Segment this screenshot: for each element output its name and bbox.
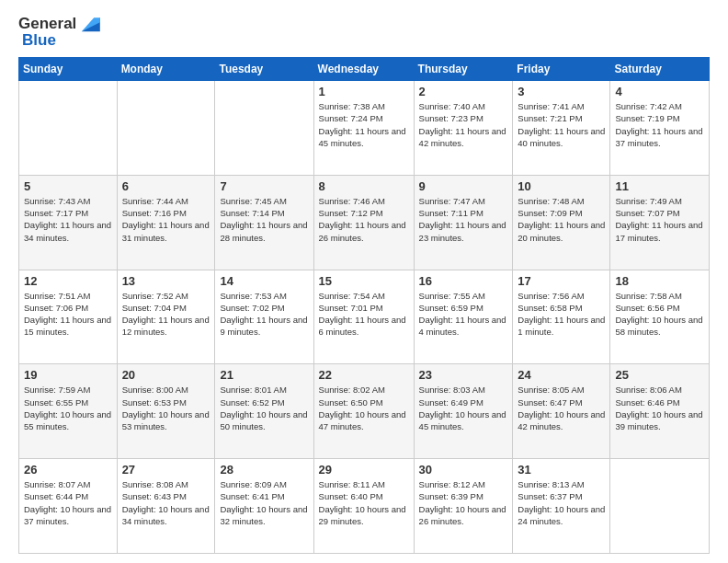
day-number: 12: [24, 274, 112, 288]
calendar-cell: 15Sunrise: 7:54 AM Sunset: 7:01 PM Dayli…: [313, 270, 414, 364]
calendar-cell: 26Sunrise: 8:07 AM Sunset: 6:44 PM Dayli…: [19, 459, 118, 554]
calendar-cell: 16Sunrise: 7:55 AM Sunset: 6:59 PM Dayli…: [414, 270, 513, 364]
day-number: 25: [615, 368, 704, 382]
day-number: 28: [220, 463, 308, 477]
weekday-header: Wednesday: [313, 58, 414, 81]
calendar-cell: 5Sunrise: 7:43 AM Sunset: 7:17 PM Daylig…: [19, 175, 118, 270]
day-info: Sunrise: 7:58 AM Sunset: 6:56 PM Dayligh…: [615, 290, 704, 339]
calendar-cell: 20Sunrise: 8:00 AM Sunset: 6:53 PM Dayli…: [117, 364, 215, 459]
day-number: 13: [122, 274, 210, 288]
page: General Blue SundayMondayTuesdayWednesda…: [0, 0, 728, 563]
logo-icon: [78, 15, 102, 33]
calendar-cell: 31Sunrise: 8:13 AM Sunset: 6:37 PM Dayli…: [513, 459, 610, 554]
day-info: Sunrise: 8:07 AM Sunset: 6:44 PM Dayligh…: [24, 478, 112, 527]
day-info: Sunrise: 7:56 AM Sunset: 6:58 PM Dayligh…: [518, 290, 605, 339]
day-number: 1: [319, 85, 409, 98]
calendar-cell: 2Sunrise: 7:40 AM Sunset: 7:23 PM Daylig…: [414, 81, 513, 176]
day-info: Sunrise: 7:46 AM Sunset: 7:12 PM Dayligh…: [319, 195, 409, 244]
day-number: 15: [319, 274, 409, 288]
day-info: Sunrise: 7:42 AM Sunset: 7:19 PM Dayligh…: [615, 100, 704, 149]
day-number: 8: [319, 179, 409, 193]
calendar-cell: 25Sunrise: 8:06 AM Sunset: 6:46 PM Dayli…: [610, 364, 710, 459]
weekday-header: Thursday: [414, 58, 513, 81]
calendar-cell: 27Sunrise: 8:08 AM Sunset: 6:43 PM Dayli…: [117, 459, 215, 554]
weekday-header: Saturday: [610, 58, 710, 81]
logo-general: General: [18, 15, 76, 33]
day-info: Sunrise: 7:48 AM Sunset: 7:09 PM Dayligh…: [518, 195, 605, 244]
day-info: Sunrise: 7:41 AM Sunset: 7:21 PM Dayligh…: [518, 100, 605, 149]
weekday-header-row: SundayMondayTuesdayWednesdayThursdayFrid…: [19, 58, 710, 81]
day-info: Sunrise: 8:01 AM Sunset: 6:52 PM Dayligh…: [220, 384, 308, 432]
calendar-cell: 12Sunrise: 7:51 AM Sunset: 7:06 PM Dayli…: [19, 270, 118, 364]
day-info: Sunrise: 7:49 AM Sunset: 7:07 PM Dayligh…: [615, 195, 704, 244]
day-number: 6: [122, 179, 210, 193]
day-number: 4: [615, 85, 704, 98]
weekday-header: Sunday: [19, 58, 118, 81]
calendar-cell: 8Sunrise: 7:46 AM Sunset: 7:12 PM Daylig…: [313, 175, 414, 270]
calendar-week-row: 5Sunrise: 7:43 AM Sunset: 7:17 PM Daylig…: [19, 175, 710, 270]
weekday-header: Friday: [513, 58, 610, 81]
calendar-cell: 10Sunrise: 7:48 AM Sunset: 7:09 PM Dayli…: [513, 175, 610, 270]
calendar: SundayMondayTuesdayWednesdayThursdayFrid…: [18, 57, 710, 554]
day-info: Sunrise: 8:13 AM Sunset: 6:37 PM Dayligh…: [518, 478, 605, 527]
day-info: Sunrise: 8:12 AM Sunset: 6:39 PM Dayligh…: [419, 478, 508, 527]
calendar-cell: 11Sunrise: 7:49 AM Sunset: 7:07 PM Dayli…: [610, 175, 710, 270]
day-number: 27: [122, 463, 210, 477]
calendar-week-row: 19Sunrise: 7:59 AM Sunset: 6:55 PM Dayli…: [19, 364, 710, 459]
weekday-header: Monday: [117, 58, 215, 81]
calendar-cell: 18Sunrise: 7:58 AM Sunset: 6:56 PM Dayli…: [610, 270, 710, 364]
day-number: 21: [220, 368, 308, 382]
calendar-cell: 28Sunrise: 8:09 AM Sunset: 6:41 PM Dayli…: [215, 459, 313, 554]
day-info: Sunrise: 8:00 AM Sunset: 6:53 PM Dayligh…: [122, 384, 210, 432]
day-number: 31: [518, 463, 605, 477]
calendar-cell: 3Sunrise: 7:41 AM Sunset: 7:21 PM Daylig…: [513, 81, 610, 176]
calendar-cell: 6Sunrise: 7:44 AM Sunset: 7:16 PM Daylig…: [117, 175, 215, 270]
day-number: 26: [24, 463, 112, 477]
calendar-cell: 9Sunrise: 7:47 AM Sunset: 7:11 PM Daylig…: [414, 175, 513, 270]
day-info: Sunrise: 7:44 AM Sunset: 7:16 PM Dayligh…: [122, 195, 210, 244]
day-info: Sunrise: 8:06 AM Sunset: 6:46 PM Dayligh…: [615, 384, 704, 432]
day-number: 9: [419, 179, 508, 193]
calendar-cell: 7Sunrise: 7:45 AM Sunset: 7:14 PM Daylig…: [215, 175, 313, 270]
calendar-cell: 29Sunrise: 8:11 AM Sunset: 6:40 PM Dayli…: [313, 459, 414, 554]
day-number: 16: [419, 274, 508, 288]
day-number: 22: [319, 368, 409, 382]
header: General Blue: [18, 15, 710, 50]
logo-blue: Blue: [22, 31, 56, 49]
day-number: 11: [615, 179, 704, 193]
calendar-cell: 14Sunrise: 7:53 AM Sunset: 7:02 PM Dayli…: [215, 270, 313, 364]
calendar-week-row: 26Sunrise: 8:07 AM Sunset: 6:44 PM Dayli…: [19, 459, 710, 554]
calendar-cell: 13Sunrise: 7:52 AM Sunset: 7:04 PM Dayli…: [117, 270, 215, 364]
calendar-cell: 21Sunrise: 8:01 AM Sunset: 6:52 PM Dayli…: [215, 364, 313, 459]
day-info: Sunrise: 7:59 AM Sunset: 6:55 PM Dayligh…: [24, 384, 112, 432]
day-info: Sunrise: 7:52 AM Sunset: 7:04 PM Dayligh…: [122, 290, 210, 339]
logo: General Blue: [18, 15, 102, 50]
day-number: 23: [419, 368, 508, 382]
day-number: 14: [220, 274, 308, 288]
calendar-cell: 19Sunrise: 7:59 AM Sunset: 6:55 PM Dayli…: [19, 364, 118, 459]
calendar-cell: [19, 81, 118, 176]
calendar-cell: [215, 81, 313, 176]
day-number: 29: [319, 463, 409, 477]
day-info: Sunrise: 7:38 AM Sunset: 7:24 PM Dayligh…: [319, 100, 409, 149]
day-info: Sunrise: 8:11 AM Sunset: 6:40 PM Dayligh…: [319, 478, 409, 527]
day-info: Sunrise: 8:09 AM Sunset: 6:41 PM Dayligh…: [220, 478, 308, 527]
calendar-week-row: 12Sunrise: 7:51 AM Sunset: 7:06 PM Dayli…: [19, 270, 710, 364]
day-info: Sunrise: 8:03 AM Sunset: 6:49 PM Dayligh…: [419, 384, 508, 432]
day-number: 30: [419, 463, 508, 477]
calendar-cell: [117, 81, 215, 176]
calendar-cell: 24Sunrise: 8:05 AM Sunset: 6:47 PM Dayli…: [513, 364, 610, 459]
day-number: 20: [122, 368, 210, 382]
calendar-cell: 30Sunrise: 8:12 AM Sunset: 6:39 PM Dayli…: [414, 459, 513, 554]
day-number: 2: [419, 85, 508, 98]
day-info: Sunrise: 8:08 AM Sunset: 6:43 PM Dayligh…: [122, 478, 210, 527]
day-number: 10: [518, 179, 605, 193]
day-info: Sunrise: 7:54 AM Sunset: 7:01 PM Dayligh…: [319, 290, 409, 339]
day-info: Sunrise: 7:47 AM Sunset: 7:11 PM Dayligh…: [419, 195, 508, 244]
day-number: 18: [615, 274, 704, 288]
calendar-cell: 17Sunrise: 7:56 AM Sunset: 6:58 PM Dayli…: [513, 270, 610, 364]
day-info: Sunrise: 7:40 AM Sunset: 7:23 PM Dayligh…: [419, 100, 508, 149]
calendar-cell: 4Sunrise: 7:42 AM Sunset: 7:19 PM Daylig…: [610, 81, 710, 176]
day-number: 3: [518, 85, 605, 98]
weekday-header: Tuesday: [215, 58, 313, 81]
